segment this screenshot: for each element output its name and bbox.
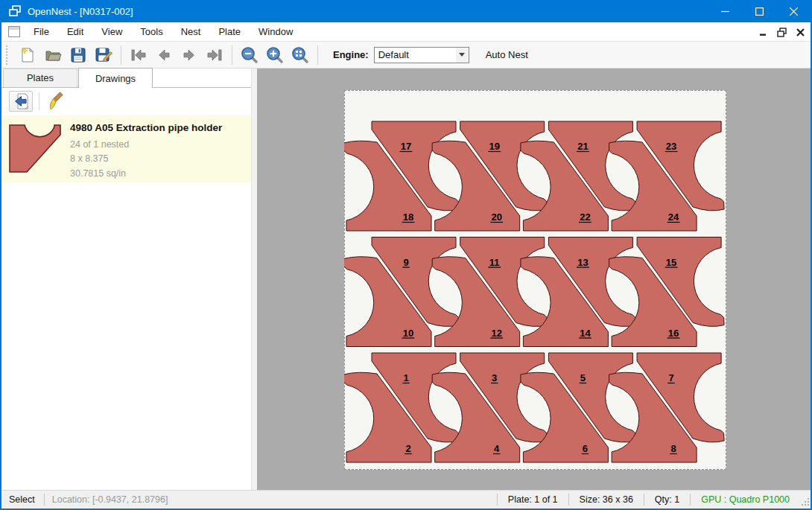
- part-number-label: 12: [491, 328, 501, 339]
- menu-view[interactable]: View: [92, 23, 131, 40]
- title-bar[interactable]: OpenNest - [N0317-002]: [1, 0, 811, 22]
- menu-file[interactable]: File: [25, 23, 58, 40]
- nest-pair: 2324: [609, 121, 725, 231]
- go-last-icon: [205, 46, 224, 64]
- document-icon[interactable]: [8, 26, 20, 37]
- go-next-icon: [180, 46, 199, 64]
- nest-pair: 12: [344, 353, 459, 462]
- part-number-label: 17: [401, 141, 411, 152]
- toolbar-grip[interactable]: [5, 45, 8, 65]
- auto-nest-button[interactable]: Auto Nest: [480, 45, 534, 64]
- nest-pair: 1718: [344, 121, 459, 231]
- new-document-button[interactable]: [15, 44, 40, 66]
- menu-bar: File Edit View Tools Nest Plate Window: [1, 22, 811, 42]
- save-icon: [69, 46, 87, 64]
- part-number-label: 20: [491, 211, 501, 223]
- part-number-label: 5: [580, 372, 586, 383]
- engine-group: Engine: Default Auto Nest: [333, 45, 534, 64]
- part-number-label: 13: [577, 257, 588, 268]
- window-title: OpenNest - [N0317-002]: [28, 6, 133, 17]
- nest-pair: 1314: [521, 238, 636, 347]
- save-button[interactable]: [66, 44, 91, 66]
- part-number-label: 11: [489, 257, 500, 268]
- zoom-in-button[interactable]: [262, 44, 288, 66]
- engine-selected-value: Default: [378, 49, 456, 60]
- go-last-button[interactable]: [202, 44, 227, 66]
- nest-canvas[interactable]: 171819202122232491011121314151612345678: [257, 68, 811, 490]
- chevron-down-icon: [459, 53, 465, 57]
- menu-plate[interactable]: Plate: [209, 23, 250, 40]
- close-button[interactable]: [776, 0, 811, 22]
- go-first-icon: [129, 46, 148, 64]
- menu-window[interactable]: Window: [250, 23, 302, 40]
- minimize-button[interactable]: [708, 0, 742, 22]
- mdi-close-icon: [796, 28, 805, 36]
- nest-pair: 910: [344, 238, 459, 347]
- part-number-label: 8: [670, 443, 676, 454]
- drawing-nested-count: 24 of 1 nested: [70, 138, 251, 152]
- menu-tools[interactable]: Tools: [131, 23, 171, 40]
- mdi-close-button[interactable]: [795, 27, 806, 37]
- panel-toolbar-separator: [39, 92, 39, 110]
- nest-pair: 34: [432, 353, 548, 462]
- part-shape-thumbnail: [7, 124, 64, 174]
- nest-pair: 2122: [521, 121, 636, 231]
- engine-select[interactable]: Default: [374, 47, 469, 63]
- zoom-extents-button[interactable]: [288, 44, 313, 66]
- zoom-out-icon: [240, 45, 259, 65]
- part-number-label: 10: [403, 328, 413, 339]
- save-as-button[interactable]: [91, 44, 116, 66]
- open-file-icon: [44, 46, 62, 64]
- maximize-button[interactable]: [742, 0, 776, 22]
- plate: 171819202122232491011121314151612345678: [344, 90, 726, 470]
- menu-edit[interactable]: Edit: [58, 23, 92, 40]
- nest-pair: 1920: [432, 121, 548, 231]
- tab-drawings[interactable]: Drawings: [78, 68, 153, 88]
- nest-pair: 1516: [609, 238, 725, 347]
- engine-dropdown-button[interactable]: [456, 48, 469, 63]
- import-drawing-icon: [12, 92, 30, 110]
- engine-label: Engine:: [333, 49, 369, 60]
- part-number-label: 2: [405, 443, 410, 454]
- go-first-button[interactable]: [126, 44, 151, 66]
- status-gpu: GPU : Quadro P1000: [691, 494, 800, 505]
- mdi-restore-button[interactable]: [776, 27, 787, 37]
- drawings-toolbar: [1, 89, 251, 114]
- part-number-label: 3: [492, 372, 497, 383]
- zoom-out-button[interactable]: [237, 44, 262, 66]
- status-mode: Select: [1, 494, 44, 505]
- app-window: OpenNest - [N0317-002] File Edit View To…: [0, 0, 812, 510]
- part-number-label: 19: [489, 141, 499, 152]
- close-icon: [790, 7, 798, 16]
- drawing-dimensions: 8 x 8.375: [70, 152, 251, 166]
- part-number-label: 22: [580, 211, 590, 223]
- nest-pair: 78: [609, 353, 725, 462]
- save-as-icon: [95, 46, 112, 64]
- status-qty: Qty: 1: [644, 494, 690, 505]
- minimize-icon: [721, 7, 729, 16]
- tab-plates[interactable]: Plates: [3, 68, 77, 87]
- clean-drawings-button[interactable]: [45, 91, 69, 112]
- go-previous-button[interactable]: [151, 44, 177, 66]
- drawing-list-item[interactable]: 4980 A05 Extraction pipe holder 24 of 1 …: [1, 115, 251, 182]
- new-document-icon: [19, 46, 37, 64]
- open-file-button[interactable]: [40, 44, 66, 66]
- go-next-button[interactable]: [177, 44, 202, 66]
- maximize-icon: [755, 7, 764, 16]
- part-number-label: 6: [583, 443, 588, 454]
- nest-pair: 1112: [432, 238, 548, 347]
- panel-scrollbar[interactable]: [251, 68, 257, 490]
- part-number-label: 1: [403, 372, 408, 383]
- part-number-label: 21: [577, 141, 588, 152]
- mdi-minimize-button[interactable]: [758, 27, 769, 37]
- toolbar-separator: [121, 45, 121, 65]
- main-toolbar: Engine: Default Auto Nest: [1, 42, 811, 68]
- import-drawing-button[interactable]: [9, 91, 33, 112]
- drawing-thumbnail: [1, 115, 70, 182]
- panel-tabs: Plates Drawings: [1, 68, 257, 88]
- zoom-extents-icon: [291, 45, 310, 65]
- part-number-label: 16: [668, 328, 679, 339]
- menu-nest[interactable]: Nest: [172, 23, 210, 40]
- side-panel: Plates Drawings: [1, 68, 257, 490]
- resize-grip[interactable]: [800, 491, 811, 509]
